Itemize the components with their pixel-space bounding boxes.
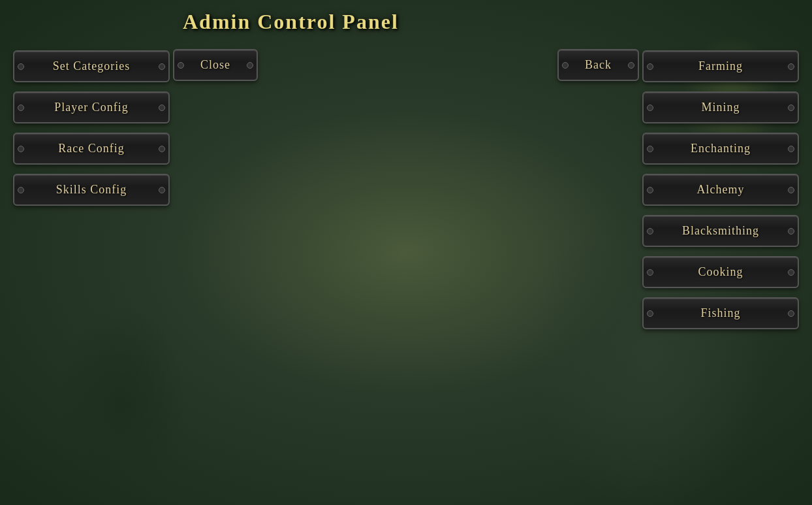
close-button[interactable]: Close — [173, 49, 258, 81]
left-sidebar: Set Categories Player Config Race Config… — [13, 44, 170, 206]
right-sidebar: Farming Mining Enchanting Alchemy Blacks… — [642, 44, 799, 329]
race-config-button[interactable]: Race Config — [13, 133, 170, 165]
mining-button[interactable]: Mining — [642, 91, 799, 123]
alchemy-button[interactable]: Alchemy — [642, 174, 799, 206]
main-container: Admin Control Panel Set Categories Playe… — [0, 0, 812, 505]
player-config-button[interactable]: Player Config — [13, 91, 170, 123]
cooking-button[interactable]: Cooking — [642, 256, 799, 288]
page-title: Admin Control Panel — [183, 10, 399, 34]
main-row: Set Categories Player Config Race Config… — [13, 44, 799, 495]
back-button[interactable]: Back — [557, 49, 639, 81]
skills-config-button[interactable]: Skills Config — [13, 174, 170, 206]
bottom-buttons: Close Back — [173, 44, 639, 81]
fishing-button[interactable]: Fishing — [642, 297, 799, 329]
center-area: Close Back — [173, 44, 639, 81]
set-categories-button[interactable]: Set Categories — [13, 50, 170, 82]
blacksmithing-button[interactable]: Blacksmithing — [642, 215, 799, 247]
farming-button[interactable]: Farming — [642, 50, 799, 82]
enchanting-button[interactable]: Enchanting — [642, 133, 799, 165]
